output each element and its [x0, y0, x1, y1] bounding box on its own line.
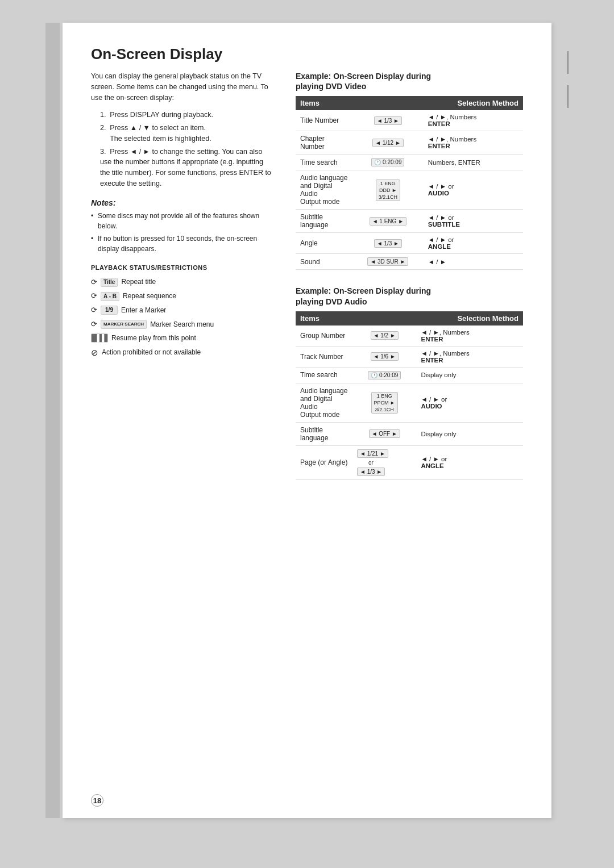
table-row: Time search 🕐 0:20:09 Numbers, ENTER	[296, 155, 523, 170]
col-selection-audio: Selection Method	[416, 311, 523, 326]
item-name: Time search	[296, 367, 352, 383]
playback-section: PLAYBACK STATUS/RESTRICTIONS ⟳ Title Rep…	[91, 264, 273, 360]
dvd-video-heading: Example: On-Screen Display duringplaying…	[296, 71, 523, 91]
item-icon: 🕐 0:20:09	[352, 367, 416, 383]
left-column: You can display the general playback sta…	[91, 71, 273, 362]
steps-list: 1. Press DISPLAY during playback. 2. Pre…	[91, 110, 273, 189]
table-row: Page (or Angle) ◄ 1/21 ► or ◄ 1/3 ► ◄ / …	[296, 445, 523, 479]
note-2: If no button is pressed for 10 seconds, …	[91, 233, 273, 254]
item-method: ◄ / ► orSUBTITLE	[424, 210, 523, 233]
item-icon: 1 ENG DDD ► 3/2.1CH	[352, 170, 424, 210]
item-icon: 1 ENG PPCM ► 3/2.1CH	[352, 383, 416, 422]
step-3: 3. Press ◄ / ► to change the setting. Yo…	[91, 147, 273, 189]
item-icon: ◄ 1/3 ►	[352, 110, 424, 131]
dvd-video-table: Items Selection Method Title Number ◄ 1/…	[296, 96, 523, 270]
track-num-display: ◄ 1/6 ►	[371, 352, 399, 361]
item-method: Display only	[416, 367, 523, 383]
col-selection: Selection Method	[424, 96, 523, 110]
item-icon: 🕐 0:20:09	[352, 155, 424, 170]
item-icon: ◄ 1/21 ► or ◄ 1/3 ►	[352, 445, 416, 479]
item-method: ◄ / ►, NumbersENTER	[424, 110, 523, 131]
time-search-audio-display: 🕐 0:20:09	[368, 371, 401, 379]
playback-item-repeat-sequence: ⟳ A - B Repeat sequence	[91, 290, 273, 302]
prohibited-icon: ⊘	[91, 346, 98, 360]
item-name: Subtitle language	[296, 422, 352, 445]
subtitle-display: ◄ 1 ENG ►	[370, 217, 406, 226]
playback-item-marker-search: ⟳ MARKER SEARCH Marker Search menu	[91, 319, 273, 331]
notes-list: Some discs may not provide all of the fe…	[91, 211, 273, 254]
item-method: Numbers, ENTER	[424, 155, 523, 170]
marker-search-label: Marker Search menu	[150, 319, 214, 330]
item-method: Display only	[416, 422, 523, 445]
sound-display: ◄ 3D SUR ►	[367, 257, 408, 266]
item-method: ◄ / ► orAUDIO	[416, 383, 523, 422]
marker-search-badge: MARKER SEARCH	[101, 320, 147, 329]
marker-search-icon: ⟳	[91, 319, 97, 331]
item-icon: ◄ 1/12 ►	[352, 131, 424, 155]
table-row: Audio languageand Digital AudioOutput mo…	[296, 170, 523, 210]
item-name: Time search	[296, 155, 352, 170]
item-icon: ◄ 1 ENG ►	[352, 210, 424, 233]
item-name: Audio languageand Digital AudioOutput mo…	[296, 170, 352, 210]
item-name: Sound	[296, 254, 352, 270]
audio-line3: 3/2.1CH	[379, 194, 397, 200]
item-method: ◄ / ►, NumbersENTER	[416, 326, 523, 347]
page-display-1: ◄ 1/21 ►	[357, 449, 388, 458]
intro-text: You can display the general playback sta…	[91, 71, 273, 103]
item-name: Angle	[296, 233, 352, 254]
title-badge: Title	[101, 278, 118, 287]
note-1: Some discs may not provide all of the fe…	[91, 211, 273, 231]
table-row: Angle ◄ 1/3 ► ◄ / ► orANGLE	[296, 233, 523, 254]
item-name: Group Number	[296, 326, 352, 347]
marker-num-badge: 1/9	[101, 306, 118, 315]
item-method: ◄ / ►	[424, 254, 523, 270]
playback-title: PLAYBACK STATUS/RESTRICTIONS	[91, 264, 273, 271]
resume-label: Resume play from this point	[111, 333, 196, 344]
item-name: Subtitle language	[296, 210, 352, 233]
audio-a-line3: 3/2.1CH	[375, 407, 394, 412]
item-method: ◄ / ►, NumbersENTER	[424, 131, 523, 155]
item-method: ◄ / ► orAUDIO	[424, 170, 523, 210]
right-column: Example: On-Screen Display duringplaying…	[296, 71, 523, 496]
subtitle-audio-display: ◄ OFF ►	[369, 429, 400, 438]
table-row: Subtitle language ◄ 1 ENG ► ◄ / ► orSUBT…	[296, 210, 523, 233]
time-search-display: 🕐 0:20:09	[371, 158, 404, 166]
playback-item-marker: ⟳ 1/9 Enter a Marker	[91, 304, 273, 316]
item-name: Audio languageand Digital AudioOutput mo…	[296, 383, 352, 422]
dvd-audio-heading: Example: On-Screen Display duringplaying…	[296, 286, 523, 306]
page-title: On-Screen Display	[91, 45, 523, 63]
audio-display: 1 ENG DDD ► 3/2.1CH	[376, 180, 400, 201]
title-num-display: ◄ 1/3 ►	[374, 116, 402, 125]
marker-icon: ⟳	[91, 304, 97, 316]
col-icon	[352, 96, 424, 110]
table-row: Time search 🕐 0:20:09 Display only	[296, 367, 523, 383]
item-name: Page (or Angle)	[296, 445, 352, 479]
resume-badge: ▐▐	[91, 333, 108, 343]
notes-box: Notes: Some discs may not provide all of…	[91, 198, 273, 254]
enter-marker-label: Enter a Marker	[121, 305, 166, 316]
col-items-audio: Items	[296, 311, 352, 326]
item-method: ◄ / ► orANGLE	[416, 445, 523, 479]
item-icon: ◄ 1/3 ►	[352, 233, 424, 254]
step-2: 2. Press ▲ / ▼ to select an item. The se…	[91, 123, 273, 144]
audio-line2: DDD ►	[379, 187, 397, 193]
notes-title: Notes:	[91, 198, 273, 207]
table-row: Track Number ◄ 1/6 ► ◄ / ►, NumbersENTER	[296, 346, 523, 367]
repeat-title-label: Repeat title	[121, 277, 156, 287]
page: On-Screen Display You can display the ge…	[63, 23, 551, 818]
table-row: Subtitle language ◄ OFF ► Display only	[296, 422, 523, 445]
item-icon: ◄ OFF ►	[352, 422, 416, 445]
playback-item-resume: ▐▐ Resume play from this point	[91, 333, 273, 344]
two-column-layout: You can display the general playback sta…	[91, 71, 523, 496]
repeat-sequence-label: Repeat sequence	[123, 291, 176, 302]
or-text: or	[368, 460, 374, 466]
audio-a-line2: PPCM ►	[374, 400, 395, 406]
angle-display: ◄ 1/3 ►	[374, 239, 402, 248]
table-row: Sound ◄ 3D SUR ► ◄ / ►	[296, 254, 523, 270]
repeat-icon: ⟳	[91, 277, 97, 289]
repeat-seq-icon: ⟳	[91, 290, 97, 302]
col-icon-audio	[352, 311, 416, 326]
item-name: Track Number	[296, 346, 352, 367]
page-display-2: ◄ 1/3 ►	[357, 468, 385, 476]
ab-badge: A - B	[101, 292, 119, 301]
